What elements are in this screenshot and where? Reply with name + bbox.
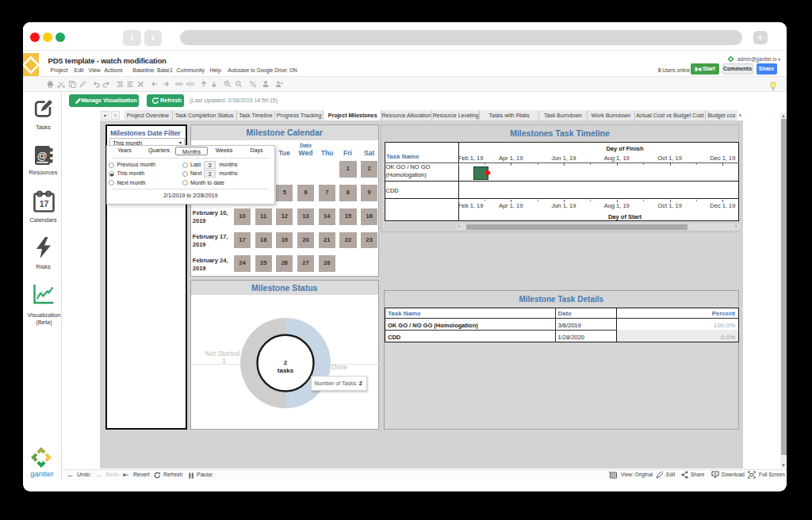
- svg-text:@: @: [36, 149, 47, 161]
- svg-text:17: 17: [39, 199, 48, 208]
